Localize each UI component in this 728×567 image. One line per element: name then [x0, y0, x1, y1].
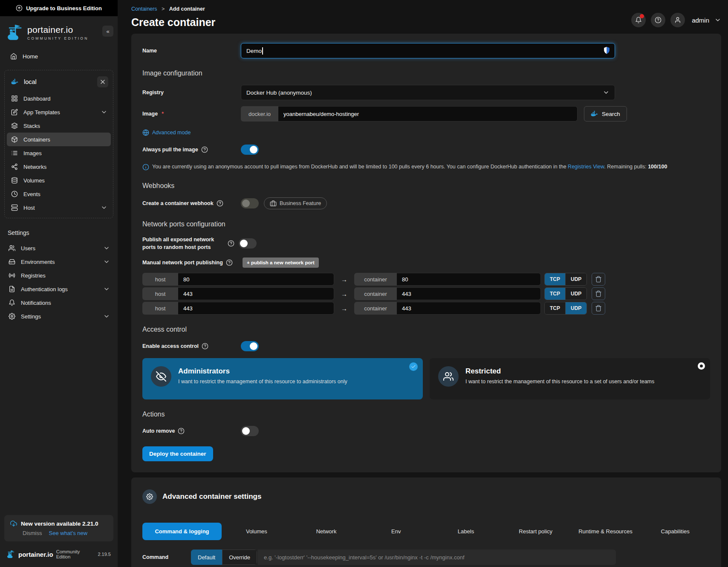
help-circle-icon[interactable] [217, 200, 223, 207]
radio-unselected-icon[interactable] [698, 362, 705, 370]
tab-restart-policy[interactable]: Restart policy [501, 523, 571, 540]
host-port-group: host [142, 273, 334, 286]
advanced-mode-link[interactable]: Advanced mode [142, 129, 191, 136]
upgrade-banner[interactable]: Upgrade to Business Edition [0, 0, 118, 16]
host-port-input[interactable] [178, 302, 334, 315]
tab-network[interactable]: Network [292, 523, 361, 540]
tab-volumes[interactable]: Volumes [222, 523, 292, 540]
sidebar-item-users[interactable]: Users [4, 241, 113, 255]
hdd-icon [9, 258, 15, 265]
protocol-udp-button[interactable]: UDP [565, 302, 586, 314]
tab-labels[interactable]: Labels [431, 523, 501, 540]
portainer-logo-icon [7, 24, 24, 41]
docker-whale-icon [11, 79, 19, 85]
always-pull-toggle[interactable] [241, 145, 259, 155]
environment-close-button[interactable] [97, 76, 108, 87]
delete-port-button[interactable] [592, 302, 605, 315]
docker-whale-icon [591, 111, 598, 117]
gear-icon [9, 313, 15, 320]
server-icon [11, 204, 18, 211]
sidebar-item-registries[interactable]: Registries [4, 269, 113, 282]
sidebar-item-app-templates[interactable]: App Templates [7, 105, 111, 119]
sidebar-item-images[interactable]: Images [7, 146, 111, 160]
sidebar-item-authentication-logs[interactable]: Authentication logs [4, 282, 113, 296]
protocol-udp-button[interactable]: UDP [565, 288, 586, 300]
publish-new-port-button[interactable]: + publish a new network port [243, 257, 319, 268]
protocol-udp-button[interactable]: UDP [565, 273, 586, 285]
host-port-input[interactable] [178, 287, 334, 300]
help-button[interactable] [651, 13, 665, 27]
container-port-input[interactable] [397, 302, 541, 315]
port-mapping-row-3: host→containerTCPUDP [142, 302, 710, 315]
help-circle-icon[interactable] [178, 428, 185, 434]
breadcrumb-containers-link[interactable]: Containers [131, 6, 157, 12]
sidebar-item-settings[interactable]: Settings [4, 310, 113, 323]
image-input[interactable] [278, 106, 578, 122]
environment-box: local DashboardApp TemplatesStacksContai… [4, 70, 113, 218]
dashboard-icon [11, 95, 18, 102]
protocol-tcp-button[interactable]: TCP [545, 288, 565, 300]
access-option-restricted[interactable]: RestrictedI want to restrict the managem… [430, 358, 710, 399]
container-port-group: container [354, 287, 541, 300]
tab-command-logging[interactable]: Command & logging [142, 523, 222, 540]
user-menu-button[interactable] [670, 13, 685, 27]
host-port-input[interactable] [178, 273, 334, 286]
footer-brand: portainer.io [18, 551, 53, 558]
deploy-container-button[interactable]: Deploy the container [142, 446, 213, 461]
sidebar-item-notifications[interactable]: Notifications [4, 296, 113, 310]
sidebar-item-host[interactable]: Host [7, 201, 111, 214]
sidebar-collapse-button[interactable]: « [102, 26, 113, 37]
brand-edition: COMMUNITY EDITION [27, 36, 89, 40]
auto-remove-label-text: Auto remove [142, 428, 175, 434]
box-icon [11, 136, 18, 143]
chevron-down-icon[interactable] [714, 17, 721, 23]
registry-select[interactable]: Docker Hub (anonymous) [241, 85, 615, 100]
sidebar-item-home[interactable]: Home [3, 49, 114, 64]
command-default-button[interactable]: Default [191, 550, 222, 565]
sidebar-item-label: App Templates [23, 109, 60, 116]
gear-icon [142, 489, 157, 504]
help-circle-icon[interactable] [201, 146, 208, 153]
delete-port-button[interactable] [592, 273, 605, 286]
enable-access-toggle[interactable] [241, 341, 259, 351]
chevron-down-icon [101, 204, 107, 211]
container-port-input[interactable] [397, 273, 541, 286]
whats-new-link[interactable]: See what's new [49, 530, 88, 536]
search-button[interactable]: Search [584, 106, 627, 122]
container-chip: container [354, 273, 397, 286]
globe-icon [142, 129, 149, 136]
sidebar-item-containers[interactable]: Containers [7, 133, 111, 146]
webhook-toggle[interactable] [241, 198, 259, 208]
delete-port-button[interactable] [592, 287, 605, 300]
sidebar-item-stacks[interactable]: Stacks [7, 119, 111, 133]
sidebar-item-environments[interactable]: Environments [4, 255, 113, 269]
sidebar-item-events[interactable]: Events [7, 187, 111, 201]
command-input[interactable] [258, 550, 616, 565]
registries-view-link[interactable]: Registries View [568, 164, 604, 170]
tab-runtime-resources[interactable]: Runtime & Resources [571, 523, 641, 540]
help-circle-icon[interactable] [226, 259, 233, 266]
dismiss-link[interactable]: Dismiss [23, 530, 42, 536]
name-input[interactable]: Demo [241, 43, 615, 58]
protocol-tcp-button[interactable]: TCP [545, 302, 565, 314]
sidebar-item-dashboard[interactable]: Dashboard [7, 92, 111, 105]
auto-remove-toggle[interactable] [241, 426, 259, 436]
access-option-administrators[interactable]: AdministratorsI want to restrict the man… [142, 358, 423, 399]
container-port-input[interactable] [397, 287, 541, 300]
notification-badge [640, 14, 644, 18]
command-override-button[interactable]: Override [222, 550, 257, 565]
arrow-right-icon: → [341, 290, 347, 298]
access-option-description: I want to restrict the management of thi… [465, 379, 654, 385]
tab-capabilities[interactable]: Capabilities [640, 523, 710, 540]
notifications-button[interactable] [631, 13, 646, 27]
tab-env[interactable]: Env [361, 523, 431, 540]
publish-all-toggle[interactable] [239, 238, 257, 249]
sidebar-item-volumes[interactable]: Volumes [7, 174, 111, 187]
sidebar: Upgrade to Business Edition portainer.io… [0, 0, 118, 567]
password-manager-shield-icon[interactable] [603, 46, 610, 55]
help-circle-icon[interactable] [202, 343, 208, 350]
help-circle-icon[interactable] [228, 240, 234, 247]
protocol-tcp-button[interactable]: TCP [545, 273, 565, 285]
sidebar-item-label: Environments [21, 259, 55, 265]
sidebar-item-networks[interactable]: Networks [7, 160, 111, 174]
